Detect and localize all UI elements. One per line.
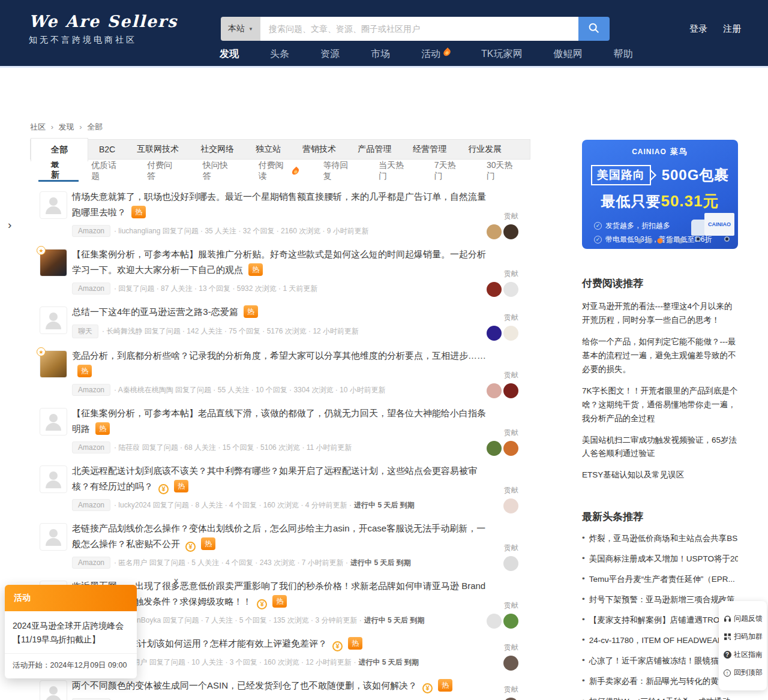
avatar[interactable]: ★ bbox=[40, 249, 67, 277]
avatar[interactable] bbox=[40, 191, 67, 219]
contributor-avatar[interactable] bbox=[487, 383, 502, 398]
avatar[interactable] bbox=[40, 523, 67, 551]
carousel-dot[interactable] bbox=[668, 238, 673, 244]
avatar[interactable] bbox=[40, 680, 67, 700]
contributor-avatar[interactable] bbox=[503, 656, 518, 671]
avatar[interactable] bbox=[40, 465, 67, 493]
paid-read-item[interactable]: ETSY基础认知以及常见误区 bbox=[582, 468, 738, 482]
sort-hot-today[interactable]: 当天热门 bbox=[366, 160, 422, 182]
sort-quality[interactable]: 优质话题 bbox=[79, 160, 134, 182]
contributor-avatar[interactable] bbox=[503, 698, 518, 700]
search-button[interactable] bbox=[578, 17, 610, 41]
paid-read-item[interactable]: 7K字长图文！！开荒者眼里的产品到底是个啥？这期纯干货，通俗易懂地带你走一遍，我… bbox=[582, 384, 738, 426]
contributor-avatar[interactable] bbox=[503, 441, 518, 456]
carousel-dot[interactable] bbox=[647, 238, 653, 244]
contributor-avatar[interactable] bbox=[487, 224, 502, 239]
tab-marketing[interactable]: 营销技术 bbox=[292, 140, 347, 159]
headline-item[interactable]: •心凉了！近千家店铺被冻结！眼镜猫、宠... bbox=[582, 656, 738, 666]
avatar[interactable] bbox=[40, 408, 67, 435]
carousel-dot[interactable] bbox=[678, 238, 683, 244]
contributor-avatar[interactable] bbox=[487, 326, 502, 341]
question-title[interactable]: 竞品分析，到底都分析些啥？记录我的分析角度，希望大家可以分享其他维度的分析要点，… bbox=[72, 348, 492, 379]
nav-item-tk[interactable]: TK玩家网 bbox=[481, 48, 522, 61]
nav-item-help[interactable]: 帮助 bbox=[613, 48, 632, 61]
ad-banner-cainiao[interactable]: CAINIAO菜鸟 美国路向 500G包裹 最低只要50.31元 ✓发货越多，折… bbox=[582, 140, 738, 249]
paid-read-item[interactable]: 对亚马逊开荒的看法---整理这4个月以来的开荒历程，同时分享一些自己的思考！ bbox=[582, 300, 738, 328]
contributor-avatar[interactable] bbox=[503, 556, 518, 571]
nav-item-discover[interactable]: 发现 bbox=[220, 48, 239, 61]
sort-hot-7d[interactable]: 7天热门 bbox=[422, 160, 474, 182]
popup-close-icon[interactable]: x bbox=[174, 576, 178, 585]
tab-social-network[interactable]: 社交网络 bbox=[190, 140, 245, 159]
contributor-avatar[interactable] bbox=[503, 498, 518, 513]
topic-tag[interactable]: 聊天 bbox=[72, 325, 98, 338]
sort-awaiting[interactable]: 等待回复 bbox=[310, 160, 366, 182]
popup-event-title[interactable]: 2024亚马逊全球开店跨境峰会【11/19早鸟折扣截止】 bbox=[5, 611, 137, 654]
qr-group-button[interactable]: 扫码加群 bbox=[723, 632, 763, 642]
tab-all[interactable]: 全部 bbox=[31, 138, 88, 161]
nav-item-aokun[interactable]: 傲鲲网 bbox=[553, 48, 582, 61]
question-title[interactable]: 情场失意就算了，职场也没好到哪去。最近一个星期销售额直接腰斩，来的几乎都是广告订… bbox=[72, 189, 492, 220]
breadcrumb-root[interactable]: 社区 bbox=[30, 122, 46, 131]
avatar[interactable] bbox=[40, 307, 67, 334]
tab-internet-tech[interactable]: 互联网技术 bbox=[126, 140, 190, 159]
tab-independent-site[interactable]: 独立站 bbox=[245, 140, 292, 159]
nav-item-market[interactable]: 市场 bbox=[371, 48, 390, 61]
nav-item-activity[interactable]: 活动 bbox=[421, 48, 450, 61]
register-link[interactable]: 注册 bbox=[723, 23, 741, 35]
sort-paid-qa[interactable]: 付费问答 bbox=[134, 160, 190, 182]
search-input[interactable] bbox=[260, 17, 578, 41]
nav-item-headlines[interactable]: 头条 bbox=[270, 48, 289, 61]
question-title[interactable]: 【征集案例分析，可参考本帖】服装推广分析贴。好奇这些款式是如何这么短的时间起爆销… bbox=[72, 247, 492, 278]
headline-item[interactable]: •封号下架预警：亚马逊新增三项合规政策... bbox=[582, 594, 738, 605]
collapse-panel-arrow-icon[interactable]: › bbox=[8, 218, 11, 232]
topic-tag[interactable]: Amazon bbox=[72, 441, 110, 453]
contributor-avatar[interactable] bbox=[503, 282, 518, 297]
sort-latest[interactable]: 最新 bbox=[38, 160, 79, 182]
headline-item[interactable]: •新手卖家必看：新品曝光与转化的黄金法... bbox=[582, 676, 738, 687]
topic-tag[interactable]: Amazon bbox=[72, 384, 110, 396]
search-scope-dropdown[interactable]: 本站 ▼ bbox=[221, 17, 260, 41]
topic-tag[interactable]: Amazon bbox=[72, 557, 110, 569]
topic-tag[interactable]: Amazon bbox=[72, 499, 110, 511]
carousel-dot[interactable] bbox=[637, 238, 643, 244]
login-link[interactable]: 登录 bbox=[689, 23, 707, 35]
headline-item[interactable]: •美国商标注册成本又增加！USPTO将于202... bbox=[582, 554, 738, 564]
carousel-dot-active[interactable] bbox=[658, 238, 663, 244]
contributor-avatar[interactable] bbox=[487, 441, 502, 456]
tab-business-mgmt[interactable]: 经营管理 bbox=[402, 140, 457, 159]
contributor-avatar[interactable] bbox=[487, 614, 502, 629]
contributor-avatar[interactable] bbox=[503, 614, 518, 629]
community-guide-button[interactable]: ? 社区指南 bbox=[723, 650, 763, 660]
headline-item[interactable]: •Temu平台丹麦“生产者责任延伸”（EPR... bbox=[582, 574, 738, 585]
tab-product-mgmt[interactable]: 产品管理 bbox=[347, 140, 402, 159]
site-logo[interactable]: We Are Sellers 知无不言跨境电商社区 bbox=[29, 12, 178, 46]
sort-paid-read[interactable]: 付费阅读 bbox=[245, 160, 310, 182]
tab-b2c[interactable]: B2C bbox=[88, 140, 126, 159]
question-title[interactable]: 总结一下这4年的亚马逊运营之路3-恋爱篇热 bbox=[72, 304, 492, 320]
contributor-avatar[interactable] bbox=[503, 224, 518, 239]
question-title[interactable]: 老链接产品划线价怎么操作？变体出划线价之后，怎么同步给主力asin，开case客… bbox=[72, 521, 492, 552]
avatar[interactable]: ★ bbox=[40, 350, 67, 378]
tab-industry[interactable]: 行业发展 bbox=[457, 140, 512, 159]
sort-quick-qa[interactable]: 快问快答 bbox=[190, 160, 246, 182]
breadcrumb-current[interactable]: 全部 bbox=[87, 122, 103, 131]
paid-read-item[interactable]: 给你一个产品，如何判定它能不能做？---最基本的流程过一遍，避免主观偏差导致的不… bbox=[582, 335, 738, 377]
topic-tag[interactable]: Amazon bbox=[72, 225, 110, 237]
contributor-avatar[interactable] bbox=[503, 326, 518, 341]
question-title[interactable]: 【征集案例分析，可参考本帖】老品直线下滑，该做的都做了，仍就无力回天，望各位大神… bbox=[72, 405, 492, 437]
question-title[interactable]: 两个不同颜色的变体被生成同一个ASIN，已经发货到仓了也不敢随便删，该如何解决？… bbox=[72, 678, 492, 693]
breadcrumb-section[interactable]: 发现 bbox=[59, 122, 74, 131]
back-to-top-button[interactable]: ↑ 回到顶部 bbox=[723, 668, 763, 678]
paid-read-item[interactable]: 美国站机扫二审成功触发视频验证，65岁法人爸爸顺利通过验证 bbox=[582, 434, 738, 461]
headline-item[interactable]: •如何借助Woot三轮14天秒杀，成功撬动... bbox=[582, 696, 738, 700]
topic-tag[interactable]: Amazon bbox=[72, 283, 110, 295]
headline-item[interactable]: •炸裂，亚马逊低价商场和主站点会共享BS... bbox=[582, 533, 738, 544]
sort-hot-30d[interactable]: 30天热门 bbox=[474, 160, 530, 182]
contributor-avatar[interactable] bbox=[503, 383, 518, 398]
question-title[interactable]: 北美远程配送计划到底该不该关？其中利弊有哪些？如果开启了远程配送计划，这些站点会… bbox=[72, 463, 492, 494]
headline-item[interactable]: •24-cv-11780，ITEM OF HEADWEAR按摩... bbox=[582, 635, 738, 646]
feedback-button[interactable]: 问题反馈 bbox=[723, 614, 763, 624]
contributor-avatar[interactable] bbox=[487, 282, 502, 297]
nav-item-resources[interactable]: 资源 bbox=[320, 48, 340, 61]
